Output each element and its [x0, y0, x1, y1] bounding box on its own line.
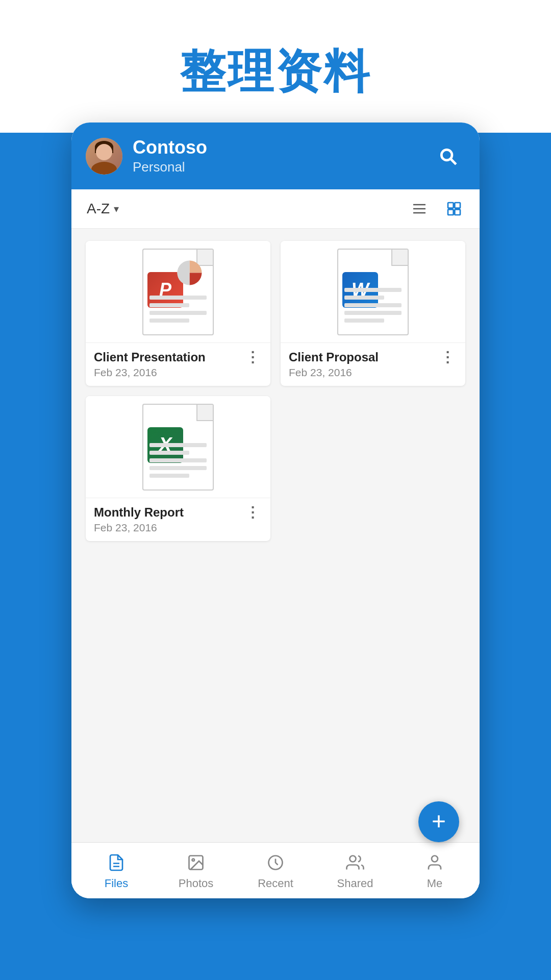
files-grid: P	[86, 241, 465, 541]
grid-view-button[interactable]	[444, 199, 464, 219]
nav-label-photos: Photos	[179, 877, 214, 890]
photos-icon	[185, 851, 207, 874]
toolbar: A-Z ▾	[71, 189, 480, 229]
nav-label-shared: Shared	[337, 877, 373, 890]
document-paper: W	[337, 249, 409, 335]
nav-item-photos[interactable]: Photos	[156, 851, 236, 890]
file-name: Client Presentation	[94, 350, 243, 364]
svg-rect-6	[455, 203, 460, 208]
file-thumbnail: W	[281, 241, 465, 343]
file-more-button[interactable]: ⋮	[438, 350, 457, 364]
svg-point-13	[192, 859, 195, 861]
svg-rect-8	[455, 209, 460, 215]
search-icon	[438, 146, 458, 166]
file-more-button[interactable]: ⋮	[243, 505, 262, 520]
plus-icon: +	[432, 809, 446, 834]
file-more-button[interactable]: ⋮	[243, 350, 262, 364]
file-name: Monthly Report	[94, 505, 243, 520]
header-bar: Contoso Personal	[71, 122, 480, 189]
add-file-button[interactable]: +	[418, 801, 459, 842]
avatar[interactable]	[86, 138, 122, 175]
file-info: Client Proposal Feb 23, 2016 ⋮	[281, 343, 465, 386]
doc-lines	[149, 296, 207, 326]
list-item[interactable]: P	[86, 241, 270, 386]
nav-item-files[interactable]: Files	[77, 851, 156, 890]
svg-rect-5	[448, 203, 454, 208]
file-details: Client Proposal Feb 23, 2016	[289, 350, 438, 379]
file-info: Client Presentation Feb 23, 2016 ⋮	[86, 343, 270, 386]
nav-label-me: Me	[427, 877, 443, 890]
nav-label-recent: Recent	[258, 877, 293, 890]
file-date: Feb 23, 2016	[289, 366, 438, 379]
user-subtitle: Personal	[133, 159, 435, 175]
search-button[interactable]	[435, 143, 461, 169]
sort-label: A-Z	[87, 201, 110, 217]
svg-line-1	[451, 159, 456, 164]
file-details: Client Presentation Feb 23, 2016	[94, 350, 243, 379]
svg-rect-7	[448, 209, 454, 215]
file-thumbnail: X	[86, 396, 270, 498]
file-name: Client Proposal	[289, 350, 438, 364]
file-info: Monthly Report Feb 23, 2016 ⋮	[86, 498, 270, 541]
nav-item-me[interactable]: Me	[395, 851, 474, 890]
chevron-down-icon: ▾	[114, 203, 119, 215]
list-view-button[interactable]	[409, 199, 430, 219]
doc-lines	[344, 288, 402, 326]
nav-item-recent[interactable]: Recent	[236, 851, 315, 890]
phone-card: Contoso Personal A-Z ▾	[71, 122, 480, 898]
doc-lines	[149, 443, 207, 481]
document-paper: X	[142, 404, 214, 491]
shared-icon	[344, 851, 366, 874]
svg-point-16	[432, 855, 438, 862]
chart-icon	[176, 259, 204, 287]
nav-label-files: Files	[105, 877, 128, 890]
document-paper: P	[142, 249, 214, 335]
sort-button[interactable]: A-Z ▾	[87, 201, 119, 217]
files-area: P	[71, 229, 480, 898]
list-item[interactable]: X Monthly Report Feb 23, 2016	[86, 396, 270, 541]
files-icon	[105, 851, 128, 874]
svg-point-0	[441, 150, 452, 160]
list-item[interactable]: W Client Proposal Feb 23, 2016	[281, 241, 465, 386]
recent-icon	[264, 851, 287, 874]
view-toggle	[409, 199, 464, 219]
user-name: Contoso	[133, 137, 435, 158]
nav-item-shared[interactable]: Shared	[315, 851, 395, 890]
page-title: 整理资料	[0, 41, 551, 103]
bottom-nav: Files Photos Recent	[71, 842, 480, 898]
file-thumbnail: P	[86, 241, 270, 343]
file-date: Feb 23, 2016	[94, 366, 243, 379]
file-details: Monthly Report Feb 23, 2016	[94, 505, 243, 534]
file-date: Feb 23, 2016	[94, 522, 243, 534]
svg-point-15	[350, 855, 356, 862]
header-text: Contoso Personal	[133, 137, 435, 175]
me-icon	[423, 851, 446, 874]
